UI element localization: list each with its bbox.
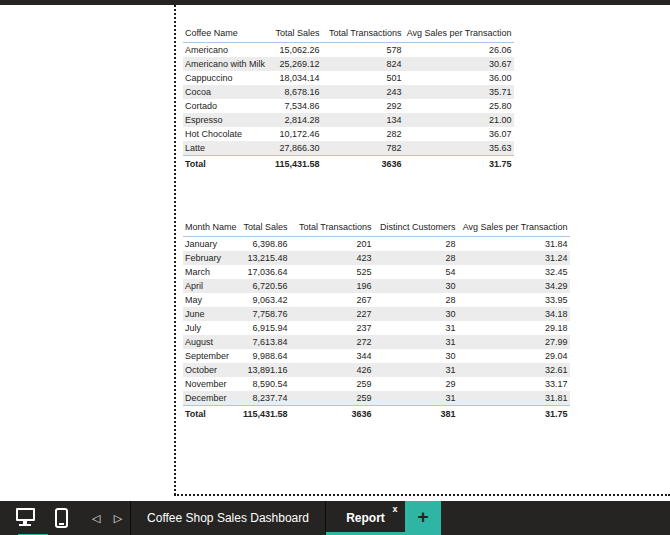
total-cell: 31.75 — [404, 156, 514, 173]
table-cell: 7,613.84 — [241, 335, 290, 349]
table-cell: 525 — [290, 265, 374, 279]
table-cell: 15,062.26 — [273, 43, 322, 58]
table-cell: 8,678.16 — [273, 85, 322, 99]
column-header[interactable]: Total Transactions — [322, 26, 404, 43]
column-header[interactable]: Coffee Name — [183, 26, 273, 43]
table-cell: Americano — [183, 43, 273, 58]
table-cell: Cocoa — [183, 85, 273, 99]
table-cell: January — [183, 237, 241, 252]
table-cell: 9,988.64 — [241, 349, 290, 363]
column-header[interactable]: Total Sales — [241, 220, 290, 237]
table-cell: 10,172.46 — [273, 127, 322, 141]
table-cell: Latte — [183, 141, 273, 156]
table-cell: 782 — [322, 141, 404, 156]
total-cell: 31.75 — [458, 406, 570, 423]
sales-by-coffee-table-visual[interactable]: Coffee NameTotal SalesTotal Transactions… — [183, 26, 514, 172]
column-header[interactable]: Avg Sales per Transaction — [458, 220, 570, 237]
table-cell: 7,534.86 — [273, 99, 322, 113]
table-row: September9,988.643443029.04 — [183, 349, 570, 363]
table-cell: December — [183, 391, 241, 406]
table-cell: 30 — [374, 279, 458, 293]
previous-page-arrow[interactable]: ◁ — [87, 501, 105, 535]
table-row: January6,398.862012831.84 — [183, 237, 570, 252]
table-cell: 9,063.42 — [241, 293, 290, 307]
table-cell: 28 — [374, 237, 458, 252]
table-row: Americano15,062.2657826.06 — [183, 43, 514, 58]
column-header[interactable]: Distinct Customers — [374, 220, 458, 237]
table-cell: 282 — [322, 127, 404, 141]
table-cell: 54 — [374, 265, 458, 279]
close-page-icon[interactable]: x — [390, 503, 400, 515]
table-cell: 31.24 — [458, 251, 570, 265]
table-cell: 227 — [290, 307, 374, 321]
table-cell: November — [183, 377, 241, 391]
page-tab-label: Report — [346, 511, 385, 525]
table-cell: 29.04 — [458, 349, 570, 363]
table-row: Cappuccino18,034.1450136.00 — [183, 71, 514, 85]
sales-by-month-table-visual[interactable]: Month NameTotal SalesTotal TransactionsD… — [183, 220, 570, 422]
table-cell: October — [183, 363, 241, 377]
table-row: August7,613.842723127.99 — [183, 335, 570, 349]
page-boundary-horizontal — [174, 494, 670, 496]
table-cell: 31 — [374, 363, 458, 377]
table-row: December8,237.742593131.81 — [183, 391, 570, 406]
table-cell: 259 — [290, 377, 374, 391]
table-cell: 31.84 — [458, 237, 570, 252]
table-cell: 21.00 — [404, 113, 514, 127]
table-row: February13,215.484232831.24 — [183, 251, 570, 265]
table-cell: 28 — [374, 251, 458, 265]
table-cell: 26.06 — [404, 43, 514, 58]
table-cell: 35.71 — [404, 85, 514, 99]
table-cell: 31 — [374, 335, 458, 349]
table-row: Americano with Milk25,269.1282430.67 — [183, 57, 514, 71]
table-row: Cocoa8,678.1624335.71 — [183, 85, 514, 99]
table-row: Latte27,866.3078235.63 — [183, 141, 514, 156]
table-cell: 243 — [322, 85, 404, 99]
table-cell: 7,758.76 — [241, 307, 290, 321]
table-cell: 8,590.54 — [241, 377, 290, 391]
table-cell: 35.63 — [404, 141, 514, 156]
table-cell: 13,215.48 — [241, 251, 290, 265]
table-cell: 259 — [290, 391, 374, 406]
table-cell: Espresso — [183, 113, 273, 127]
table-cell: 30 — [374, 349, 458, 363]
table-cell: 824 — [322, 57, 404, 71]
table-cell: 18,034.14 — [273, 71, 322, 85]
table-row: July6,915.942373129.18 — [183, 321, 570, 335]
phone-view-button[interactable] — [55, 508, 68, 528]
table-cell: 426 — [290, 363, 374, 377]
column-header[interactable]: Total Sales — [273, 26, 322, 43]
table-header-row: Month NameTotal SalesTotal TransactionsD… — [183, 220, 570, 237]
desktop-view-button[interactable] — [11, 508, 39, 526]
table-row: November8,590.542592933.17 — [183, 377, 570, 391]
page-tab-report[interactable]: Report x — [326, 501, 405, 535]
add-page-button[interactable]: + — [405, 501, 441, 535]
table-cell: 32.61 — [458, 363, 570, 377]
sales-by-month-table: Month NameTotal SalesTotal TransactionsD… — [183, 220, 570, 422]
table-cell: 30.67 — [404, 57, 514, 71]
page-navigation-bar: ◁ ▷ Coffee Shop Sales Dashboard Report x… — [0, 501, 670, 535]
total-cell: 115,431.58 — [273, 156, 322, 173]
page-tab-coffee-shop-sales-dashboard[interactable]: Coffee Shop Sales Dashboard — [131, 501, 325, 535]
table-cell: 34.29 — [458, 279, 570, 293]
table-cell: 25,269.12 — [273, 57, 322, 71]
table-row: May9,063.422672833.95 — [183, 293, 570, 307]
table-cell: 29.18 — [458, 321, 570, 335]
table-cell: 423 — [290, 251, 374, 265]
column-header[interactable]: Month Name — [183, 220, 241, 237]
table-cell: 33.95 — [458, 293, 570, 307]
next-page-arrow[interactable]: ▷ — [109, 501, 127, 535]
table-cell: 237 — [290, 321, 374, 335]
total-cell: Total — [183, 156, 273, 173]
column-header[interactable]: Total Transactions — [290, 220, 374, 237]
sales-by-coffee-table: Coffee NameTotal SalesTotal Transactions… — [183, 26, 514, 172]
total-cell: 3636 — [322, 156, 404, 173]
table-cell: 578 — [322, 43, 404, 58]
table-cell: 6,915.94 — [241, 321, 290, 335]
table-cell: 31 — [374, 391, 458, 406]
column-header[interactable]: Avg Sales per Transaction — [404, 26, 514, 43]
table-cell: August — [183, 335, 241, 349]
desktop-monitor-icon — [11, 508, 39, 526]
table-row: Hot Chocolate10,172.4628236.07 — [183, 127, 514, 141]
table-cell: 27.99 — [458, 335, 570, 349]
